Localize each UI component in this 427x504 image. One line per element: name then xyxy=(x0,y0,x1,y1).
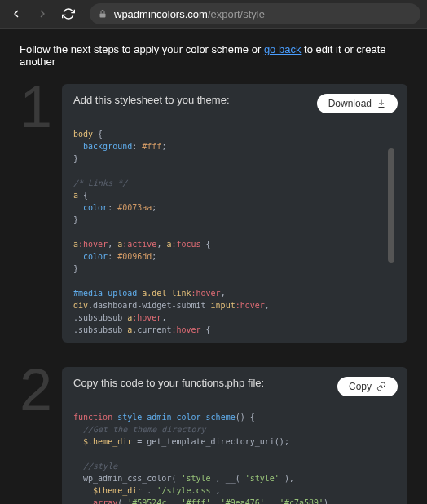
url-text: wpadmincolors.com/export/style xyxy=(114,8,265,20)
download-icon xyxy=(376,99,386,108)
forward-button[interactable] xyxy=(33,4,52,24)
intro-text: Follow the next steps to apply your colo… xyxy=(20,43,407,68)
go-back-link[interactable]: go back xyxy=(264,43,302,55)
lock-icon xyxy=(98,9,108,19)
browser-toolbar: wpadmincolors.com/export/style xyxy=(0,0,427,29)
step-number: 2 xyxy=(20,367,52,504)
step-number: 1 xyxy=(20,84,52,343)
link-icon xyxy=(376,382,386,391)
download-button[interactable]: Download xyxy=(317,94,398,113)
step-1: 1 Add this stylesheet to you theme: Down… xyxy=(20,84,407,343)
back-button[interactable] xyxy=(7,4,26,24)
svg-rect-0 xyxy=(100,14,106,18)
step-2: 2 Copy this code to your functions.php f… xyxy=(20,367,407,504)
copy-button[interactable]: Copy xyxy=(337,377,398,396)
css-code-block[interactable]: body { background: #fff; } /* Links */ a… xyxy=(73,116,396,336)
reload-button[interactable] xyxy=(59,4,78,24)
url-bar[interactable]: wpadmincolors.com/export/style xyxy=(90,3,420,24)
php-code-block[interactable]: function style_admin_color_scheme() { //… xyxy=(73,399,396,504)
scrollbar-thumb[interactable] xyxy=(388,148,394,263)
